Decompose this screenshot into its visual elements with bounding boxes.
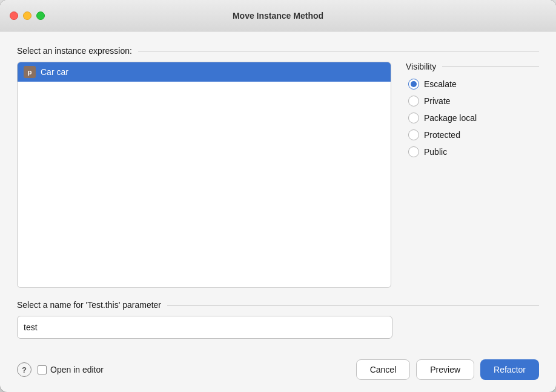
help-button[interactable]: ? — [17, 362, 31, 377]
instance-list[interactable]: p Car car — [17, 62, 391, 288]
maximize-button[interactable] — [36, 11, 45, 20]
titlebar: Move Instance Method — [0, 0, 556, 31]
radio-package-local-label: Package local — [424, 113, 477, 123]
radio-private-circle — [408, 96, 419, 106]
radio-package-local-circle — [408, 113, 419, 123]
window-title: Move Instance Method — [233, 11, 323, 21]
visibility-panel: Visibility Escalate Private Package loca… — [406, 62, 539, 288]
radio-protected[interactable]: Protected — [408, 129, 539, 140]
radio-escalate-circle — [408, 79, 419, 90]
radio-public[interactable]: Public — [408, 146, 539, 157]
open-in-editor-label: Open in editor — [50, 365, 104, 374]
radio-escalate[interactable]: Escalate — [408, 79, 539, 90]
cancel-button[interactable]: Cancel — [356, 359, 411, 380]
window-controls — [10, 11, 45, 20]
preview-button[interactable]: Preview — [416, 359, 474, 380]
lower-section: Select a name for 'Test.this' parameter — [17, 300, 539, 339]
main-content: p Car car Visibility Escalate Private — [17, 62, 539, 288]
minimize-button[interactable] — [23, 11, 31, 20]
visibility-radio-group: Escalate Private Package local Protected — [406, 79, 539, 157]
bottom-bar: ? Open in editor Cancel Preview Refactor — [17, 351, 539, 380]
open-in-editor-checkbox-wrap[interactable]: Open in editor — [38, 365, 104, 374]
param-section-label: Select a name for 'Test.this' parameter — [17, 300, 539, 310]
radio-private[interactable]: Private — [408, 96, 539, 106]
radio-protected-label: Protected — [424, 130, 460, 140]
close-button[interactable] — [10, 11, 18, 20]
radio-public-circle — [408, 146, 419, 157]
radio-package-local[interactable]: Package local — [408, 113, 539, 123]
item-label: Car car — [41, 67, 68, 77]
visibility-section-label: Visibility — [406, 62, 539, 71]
refactor-button[interactable]: Refactor — [480, 359, 539, 380]
open-in-editor-checkbox[interactable] — [38, 365, 47, 374]
dialog-body: Select an instance expression: p Car car… — [0, 31, 556, 392]
radio-private-label: Private — [424, 96, 451, 106]
bottom-left: ? Open in editor — [17, 362, 104, 377]
bottom-right: Cancel Preview Refactor — [356, 359, 539, 380]
radio-public-label: Public — [424, 147, 447, 157]
instance-section-label: Select an instance expression: — [17, 46, 539, 56]
radio-protected-circle — [408, 129, 419, 140]
list-item[interactable]: p Car car — [18, 62, 391, 82]
radio-escalate-label: Escalate — [424, 79, 457, 89]
item-icon: p — [24, 66, 36, 78]
dialog-window: Move Instance Method Select an instance … — [0, 0, 556, 392]
param-name-input[interactable] — [17, 316, 392, 339]
